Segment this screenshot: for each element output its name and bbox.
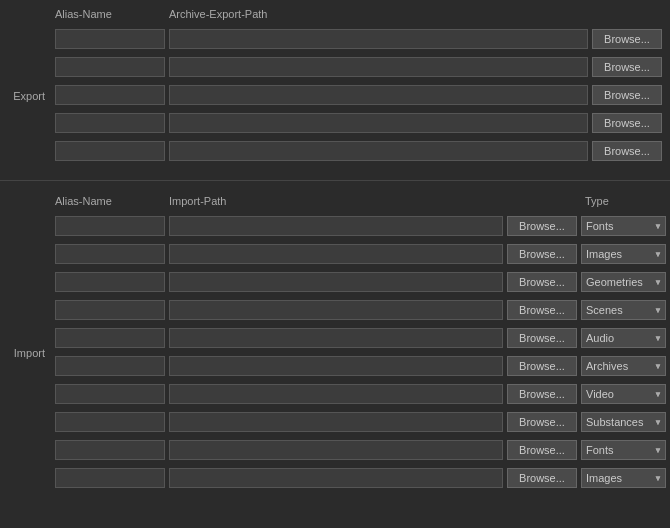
import-row: Browse... FontsImagesGeometriesScenesAud… bbox=[55, 353, 666, 379]
import-browse-button-9[interactable]: Browse... bbox=[507, 440, 577, 460]
import-alias-input-5[interactable] bbox=[55, 328, 165, 348]
export-browse-button-1[interactable]: Browse... bbox=[592, 29, 662, 49]
export-browse-button-5[interactable]: Browse... bbox=[592, 141, 662, 161]
import-path-input-9[interactable] bbox=[169, 440, 503, 460]
export-alias-input-1[interactable] bbox=[55, 29, 165, 49]
export-alias-input-2[interactable] bbox=[55, 57, 165, 77]
import-path-input-4[interactable] bbox=[169, 300, 503, 320]
import-type-select-10[interactable]: FontsImagesGeometriesScenesAudioArchives… bbox=[581, 468, 666, 488]
export-path-header: Archive-Export-Path bbox=[169, 8, 592, 20]
import-browse-button-4[interactable]: Browse... bbox=[507, 300, 577, 320]
import-browse-button-2[interactable]: Browse... bbox=[507, 244, 577, 264]
export-row: Browse... bbox=[55, 138, 666, 164]
import-alias-input-8[interactable] bbox=[55, 412, 165, 432]
export-browse-button-4[interactable]: Browse... bbox=[592, 113, 662, 133]
import-type-select-3[interactable]: FontsImagesGeometriesScenesAudioArchives… bbox=[581, 272, 666, 292]
import-alias-input-9[interactable] bbox=[55, 440, 165, 460]
export-alias-input-3[interactable] bbox=[55, 85, 165, 105]
import-path-input-7[interactable] bbox=[169, 384, 503, 404]
import-type-select-5[interactable]: FontsImagesGeometriesScenesAudioArchives… bbox=[581, 328, 666, 348]
import-alias-input-4[interactable] bbox=[55, 300, 165, 320]
export-browse-button-2[interactable]: Browse... bbox=[592, 57, 662, 77]
import-type-select-8[interactable]: FontsImagesGeometriesScenesAudioArchives… bbox=[581, 412, 666, 432]
import-browse-button-10[interactable]: Browse... bbox=[507, 468, 577, 488]
import-alias-input-1[interactable] bbox=[55, 216, 165, 236]
import-row: Browse... FontsImagesGeometriesScenesAud… bbox=[55, 325, 666, 351]
export-row: Browse... bbox=[55, 110, 666, 136]
import-browse-button-1[interactable]: Browse... bbox=[507, 216, 577, 236]
import-alias-input-3[interactable] bbox=[55, 272, 165, 292]
import-path-input-1[interactable] bbox=[169, 216, 503, 236]
import-row: Browse... FontsImagesGeometriesScenesAud… bbox=[55, 409, 666, 435]
export-alias-header: Alias-Name bbox=[55, 8, 165, 20]
import-path-input-10[interactable] bbox=[169, 468, 503, 488]
import-type-select-1[interactable]: FontsImagesGeometriesScenesAudioArchives… bbox=[581, 216, 666, 236]
import-type-select-2[interactable]: FontsImagesGeometriesScenesAudioArchives… bbox=[581, 244, 666, 264]
section-divider bbox=[0, 180, 670, 181]
import-row: Browse... FontsImagesGeometriesScenesAud… bbox=[55, 297, 666, 323]
import-path-input-2[interactable] bbox=[169, 244, 503, 264]
import-alias-input-7[interactable] bbox=[55, 384, 165, 404]
export-row: Browse... bbox=[55, 82, 666, 108]
import-type-select-7[interactable]: FontsImagesGeometriesScenesAudioArchives… bbox=[581, 384, 666, 404]
import-path-input-3[interactable] bbox=[169, 272, 503, 292]
export-rows: Browse... Browse... Browse... Browse... bbox=[55, 26, 670, 166]
export-path-input-5[interactable] bbox=[169, 141, 588, 161]
export-alias-input-4[interactable] bbox=[55, 113, 165, 133]
import-browse-button-5[interactable]: Browse... bbox=[507, 328, 577, 348]
export-path-input-4[interactable] bbox=[169, 113, 588, 133]
export-label: Export bbox=[0, 26, 55, 166]
import-row: Browse... FontsImagesGeometriesScenesAud… bbox=[55, 241, 666, 267]
import-browse-button-3[interactable]: Browse... bbox=[507, 272, 577, 292]
import-browse-button-6[interactable]: Browse... bbox=[507, 356, 577, 376]
import-rows: Browse... FontsImagesGeometriesScenesAud… bbox=[55, 213, 670, 493]
import-row: Browse... FontsImagesGeometriesScenesAud… bbox=[55, 269, 666, 295]
import-row: Browse... FontsImagesGeometriesScenesAud… bbox=[55, 381, 666, 407]
import-row: Browse... FontsImagesGeometriesScenesAud… bbox=[55, 465, 666, 491]
import-path-input-6[interactable] bbox=[169, 356, 503, 376]
import-type-header: Type bbox=[585, 195, 670, 207]
export-alias-input-5[interactable] bbox=[55, 141, 165, 161]
import-type-select-4[interactable]: FontsImagesGeometriesScenesAudioArchives… bbox=[581, 300, 666, 320]
import-alias-header: Alias-Name bbox=[55, 195, 165, 207]
export-path-input-1[interactable] bbox=[169, 29, 588, 49]
import-alias-input-10[interactable] bbox=[55, 468, 165, 488]
import-type-select-9[interactable]: FontsImagesGeometriesScenesAudioArchives… bbox=[581, 440, 666, 460]
import-path-input-8[interactable] bbox=[169, 412, 503, 432]
export-path-input-2[interactable] bbox=[169, 57, 588, 77]
export-row: Browse... bbox=[55, 26, 666, 52]
import-browse-button-7[interactable]: Browse... bbox=[507, 384, 577, 404]
import-alias-input-6[interactable] bbox=[55, 356, 165, 376]
import-row: Browse... FontsImagesGeometriesScenesAud… bbox=[55, 437, 666, 463]
import-label: Import bbox=[0, 213, 55, 493]
export-path-input-3[interactable] bbox=[169, 85, 588, 105]
import-type-select-6[interactable]: FontsImagesGeometriesScenesAudioArchives… bbox=[581, 356, 666, 376]
import-path-header: Import-Path bbox=[169, 195, 507, 207]
export-browse-button-3[interactable]: Browse... bbox=[592, 85, 662, 105]
import-browse-button-8[interactable]: Browse... bbox=[507, 412, 577, 432]
export-row: Browse... bbox=[55, 54, 666, 80]
import-alias-input-2[interactable] bbox=[55, 244, 165, 264]
import-path-input-5[interactable] bbox=[169, 328, 503, 348]
import-row: Browse... FontsImagesGeometriesScenesAud… bbox=[55, 213, 666, 239]
